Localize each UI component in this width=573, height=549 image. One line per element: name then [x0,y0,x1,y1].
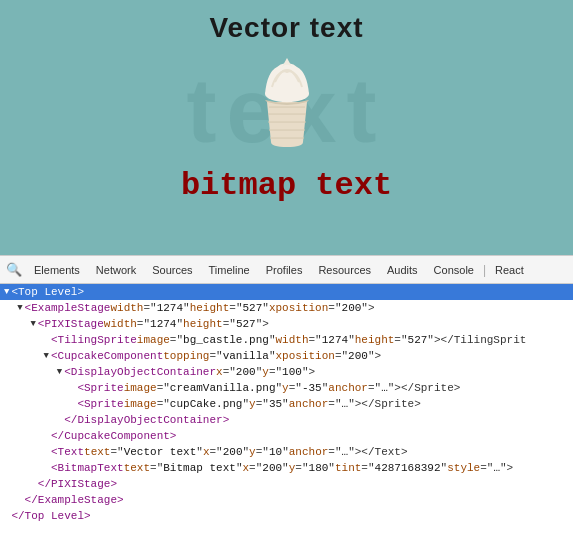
code-line-cupcakecomponent[interactable]: ▼ <CupcakeComponent topping="vanilla" xp… [0,348,573,364]
triangle-close-cupcake[interactable] [44,428,49,444]
code-line-sprite-cup[interactable]: <Sprite image="cupCake.png" y="35" ancho… [0,396,573,412]
tab-network[interactable]: Network [88,256,144,283]
tab-audits[interactable]: Audits [379,256,426,283]
triangle-displayobjectcontainer[interactable]: ▼ [57,364,62,380]
triangle-sprite-cup[interactable] [70,396,75,412]
devtools-panel: 🔍 Elements Network Sources Timeline Prof… [0,255,573,549]
tab-resources[interactable]: Resources [310,256,379,283]
tab-sources[interactable]: Sources [144,256,200,283]
triangle-top-level[interactable]: ▼ [4,284,9,300]
code-line-examplestage[interactable]: ▼ <ExampleStage width="1274" height="527… [0,300,573,316]
tab-profiles[interactable]: Profiles [258,256,311,283]
triangle-cupcakecomponent[interactable]: ▼ [44,348,49,364]
preview-area: Vector text text bitmap text [0,0,573,255]
cupcake-image [247,52,327,162]
triangle-tilingsprite[interactable] [44,332,49,348]
code-line-pixistage[interactable]: ▼ <PIXIStage width="1274" height="527"> [0,316,573,332]
triangle-close-doc[interactable] [57,412,62,428]
triangle-close-pixistage[interactable] [30,476,35,492]
triangle-pixistage[interactable]: ▼ [30,316,35,332]
triangle-sprite-cream[interactable] [70,380,75,396]
tab-react[interactable]: React [487,256,532,283]
bitmap-text-label: bitmap text [181,167,392,204]
search-icon[interactable]: 🔍 [4,260,24,280]
code-line-bitmaptext[interactable]: <BitmapText text="Bitmap text" x="200" y… [0,460,573,476]
triangle-close-examplestage[interactable] [17,492,22,508]
code-panel[interactable]: ▼ <Top Level> ▼ <ExampleStage width="127… [0,284,573,549]
vector-text-title: Vector text [209,12,363,44]
code-line-close-cupcake[interactable]: </CupcakeComponent> [0,428,573,444]
code-line-close-examplestage[interactable]: </ExampleStage> [0,492,573,508]
tab-elements[interactable]: Elements [26,256,88,283]
code-line-close-doc[interactable]: </DisplayObjectContainer> [0,412,573,428]
triangle-examplestage[interactable]: ▼ [17,300,22,316]
code-line-close-pixistage[interactable]: </PIXIStage> [0,476,573,492]
code-line-text[interactable]: <Text text="Vector text" x="200" y="10" … [0,444,573,460]
triangle-bitmaptext[interactable] [44,460,49,476]
tab-console[interactable]: Console [426,256,482,283]
code-line-sprite-cream[interactable]: <Sprite image="creamVanilla.png" y="-35"… [0,380,573,396]
code-line-displayobjectcontainer[interactable]: ▼ <DisplayObjectContainer x="200" y="100… [0,364,573,380]
devtools-toolbar: 🔍 Elements Network Sources Timeline Prof… [0,256,573,284]
code-line-top-level[interactable]: ▼ <Top Level> [0,284,573,300]
triangle-text[interactable] [44,444,49,460]
code-line-close-toplevel[interactable]: </Top Level> [0,508,573,524]
toolbar-tabs: Elements Network Sources Timeline Profil… [26,256,532,283]
triangle-close-toplevel[interactable] [4,508,9,524]
code-line-tilingsprite[interactable]: <TilingSprite image="bg_castle.png" widt… [0,332,573,348]
tab-timeline[interactable]: Timeline [201,256,258,283]
